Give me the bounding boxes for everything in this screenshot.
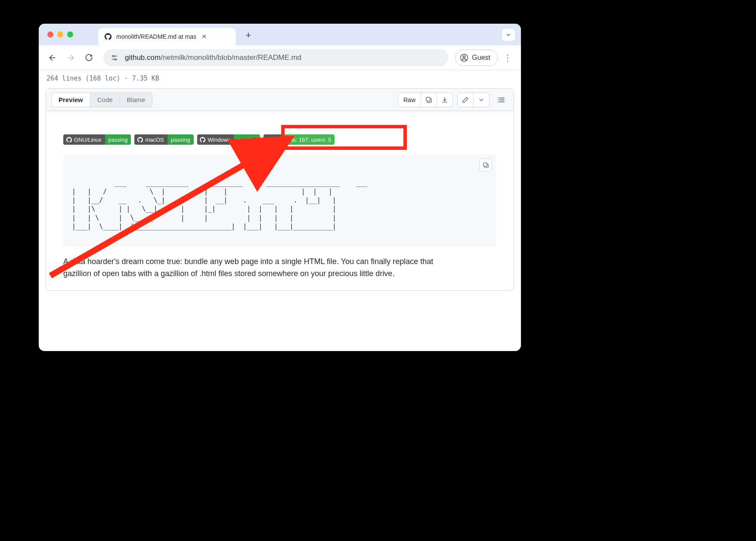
badge-label: GNU/Linux bbox=[63, 134, 105, 145]
address-bar[interactable]: github.com/netmilk/monolith/blob/master/… bbox=[103, 49, 448, 66]
svg-point-1 bbox=[115, 58, 116, 60]
badge-label-text: apify bbox=[266, 137, 278, 143]
badge-status: passing bbox=[167, 134, 194, 145]
profile-label: Guest bbox=[472, 54, 490, 62]
file-toolbar: Preview Code Blame Raw bbox=[46, 89, 514, 111]
badge-gnu-linux[interactable]: GNU/Linuxpassing bbox=[63, 134, 131, 145]
url-text: github.com/netmilk/monolith/blob/master/… bbox=[125, 53, 301, 62]
caret-down-icon bbox=[479, 98, 483, 102]
list-icon bbox=[497, 96, 505, 104]
copy-icon bbox=[483, 162, 489, 168]
ascii-art-block: ___ ___________ __________ _____________… bbox=[63, 154, 496, 246]
github-favicon-icon bbox=[104, 33, 112, 40]
raw-button[interactable]: Raw bbox=[398, 93, 421, 107]
readme-body: GNU/LinuxpassingmacOSpassingWindowspassi… bbox=[46, 111, 514, 290]
reload-button[interactable] bbox=[81, 50, 96, 65]
url-domain: github.com bbox=[125, 53, 161, 62]
svg-rect-5 bbox=[426, 97, 430, 101]
zoom-window-button[interactable] bbox=[67, 31, 73, 37]
raw-copy-download-group: Raw bbox=[398, 93, 453, 107]
minimize-window-button[interactable] bbox=[57, 31, 63, 37]
edit-group bbox=[457, 93, 490, 107]
badges-row: GNU/LinuxpassingmacOSpassingWindowspassi… bbox=[63, 134, 496, 145]
browser-toolbar: github.com/netmilk/monolith/blob/master/… bbox=[39, 45, 521, 70]
badge-apify[interactable]: apifyruns: 167, users: 5 bbox=[263, 134, 335, 145]
pencil-icon bbox=[462, 96, 469, 103]
tab-preview[interactable]: Preview bbox=[52, 93, 90, 107]
ascii-art-text: ___ ___________ __________ _____________… bbox=[72, 179, 367, 230]
badge-status: passing bbox=[105, 134, 131, 145]
copy-button[interactable] bbox=[421, 93, 437, 107]
badge-status: passing bbox=[234, 134, 260, 145]
tabs-dropdown-button[interactable] bbox=[502, 29, 515, 41]
file-actions: Raw bbox=[398, 93, 508, 107]
guest-avatar-icon bbox=[460, 53, 468, 62]
tab-strip: monolith/README.md at mas ✕ + bbox=[39, 24, 521, 45]
svg-point-0 bbox=[113, 55, 115, 57]
github-icon bbox=[137, 137, 143, 143]
svg-point-8 bbox=[498, 101, 499, 102]
project-description: A data hoarder's dream come true: bundle… bbox=[63, 256, 459, 280]
github-icon bbox=[66, 137, 72, 143]
download-button[interactable] bbox=[437, 93, 452, 107]
svg-point-6 bbox=[498, 97, 499, 98]
copy-icon bbox=[425, 96, 432, 103]
edit-button[interactable] bbox=[458, 93, 474, 107]
outline-button[interactable] bbox=[494, 93, 508, 107]
badge-label-text: Windows bbox=[208, 137, 231, 143]
copy-code-button[interactable] bbox=[479, 159, 492, 171]
github-icon bbox=[200, 137, 206, 143]
badge-label-text: macOS bbox=[145, 137, 164, 143]
badge-status: runs: 167, users: 5 bbox=[282, 134, 335, 145]
browser-window: monolith/README.md at mas ✕ + github.com… bbox=[39, 24, 521, 351]
url-path: /netmilk/monolith/blob/master/README.md bbox=[161, 53, 301, 62]
close-window-button[interactable] bbox=[47, 31, 53, 37]
page-content: 264 lines (168 loc) · 7.35 KB Preview Co… bbox=[39, 70, 521, 351]
svg-point-7 bbox=[498, 99, 499, 100]
new-tab-button[interactable]: + bbox=[242, 29, 255, 42]
badge-macos[interactable]: macOSpassing bbox=[134, 134, 193, 145]
file-viewer: Preview Code Blame Raw bbox=[46, 88, 514, 291]
edit-dropdown-button[interactable] bbox=[474, 93, 489, 107]
badge-windows[interactable]: Windowspassing bbox=[197, 134, 260, 145]
forward-button[interactable] bbox=[63, 50, 78, 65]
svg-point-3 bbox=[463, 56, 465, 58]
badge-label: apify bbox=[263, 134, 281, 145]
site-settings-icon[interactable] bbox=[110, 54, 119, 62]
file-stats: 264 lines (168 loc) · 7.35 KB bbox=[39, 70, 521, 88]
tab-code[interactable]: Code bbox=[90, 93, 120, 107]
close-tab-button[interactable]: ✕ bbox=[201, 33, 208, 40]
back-button[interactable] bbox=[45, 50, 60, 65]
badge-label-text: GNU/Linux bbox=[74, 137, 102, 143]
badge-label: macOS bbox=[134, 134, 167, 145]
profile-chip[interactable]: Guest bbox=[455, 50, 498, 66]
browser-tab[interactable]: monolith/README.md at mas ✕ bbox=[98, 28, 236, 45]
badge-label: Windows bbox=[197, 134, 234, 145]
svg-rect-10 bbox=[483, 162, 486, 166]
download-icon bbox=[441, 96, 448, 103]
tab-blame[interactable]: Blame bbox=[120, 93, 152, 107]
tab-title: monolith/README.md at mas bbox=[116, 33, 196, 40]
window-controls bbox=[47, 31, 73, 37]
browser-menu-button[interactable]: ⋮ bbox=[500, 50, 515, 65]
view-mode-tabs: Preview Code Blame bbox=[51, 93, 152, 107]
